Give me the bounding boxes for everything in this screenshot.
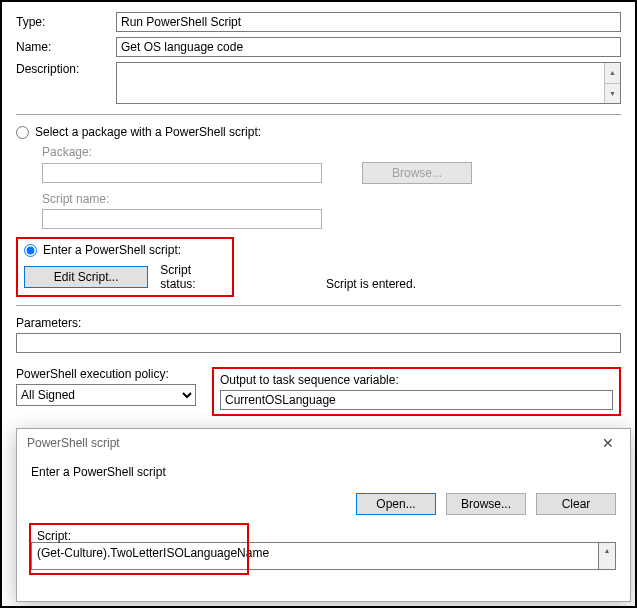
description-field[interactable]: [117, 63, 604, 103]
description-wrap: ▲ ▼: [116, 62, 621, 104]
parameters-row: Parameters:: [16, 316, 621, 353]
close-icon[interactable]: ✕: [596, 435, 620, 451]
name-row: Name:: [16, 37, 621, 57]
output-field[interactable]: [220, 390, 613, 410]
edit-script-button[interactable]: Edit Script...: [24, 266, 148, 288]
script-label: Script:: [37, 529, 241, 543]
script-highlight: Script:: [29, 523, 249, 575]
dialog-titlebar: PowerShell script ✕: [17, 429, 630, 457]
parameters-label: Parameters:: [16, 316, 621, 330]
separator: [16, 114, 621, 115]
package-group: Package: Browse... Script name:: [16, 145, 621, 229]
policy-label: PowerShell execution policy:: [16, 367, 196, 381]
parameters-field[interactable]: [16, 333, 621, 353]
package-label: Package:: [42, 145, 621, 159]
script-name-label: Script name:: [42, 192, 621, 206]
script-status-value: Script is entered.: [326, 277, 621, 291]
radio-enter-script-label: Enter a PowerShell script:: [43, 243, 181, 257]
description-row: Description: ▲ ▼: [16, 62, 621, 104]
package-browse-button: Browse...: [362, 162, 472, 184]
scroll-up-icon[interactable]: ▲: [599, 543, 615, 557]
script-scroll[interactable]: ▲: [599, 542, 616, 570]
policy-output-row: PowerShell execution policy: All Signed …: [16, 367, 621, 416]
radio-enter-script-row[interactable]: Enter a PowerShell script:: [24, 243, 226, 257]
type-label: Type:: [16, 15, 116, 29]
script-hl-spacer: [37, 546, 241, 568]
radio-select-package-label: Select a package with a PowerShell scrip…: [35, 125, 261, 139]
script-status-label: Script status:: [160, 263, 226, 291]
dialog-browse-button[interactable]: Browse...: [446, 493, 526, 515]
package-field: [42, 163, 322, 183]
radio-select-package[interactable]: [16, 126, 29, 139]
main-panel: Type: Name: Description: ▲ ▼ Select a pa…: [2, 2, 635, 464]
description-label: Description:: [16, 62, 116, 76]
open-button[interactable]: Open...: [356, 493, 436, 515]
name-field[interactable]: [116, 37, 621, 57]
description-scroll[interactable]: ▲ ▼: [604, 63, 620, 103]
edit-script-row: Edit Script... Script status:: [24, 263, 226, 291]
enter-script-highlight: Enter a PowerShell script: Edit Script..…: [16, 237, 234, 297]
output-highlight: Output to task sequence variable:: [212, 367, 621, 416]
dialog-prompt: Enter a PowerShell script: [31, 465, 616, 479]
policy-select[interactable]: All Signed: [16, 384, 196, 406]
output-label: Output to task sequence variable:: [220, 373, 613, 387]
dialog-button-row: Open... Browse... Clear: [31, 493, 616, 515]
scroll-down-icon[interactable]: ▼: [605, 84, 620, 104]
scroll-up-icon[interactable]: ▲: [605, 63, 620, 84]
dialog-title: PowerShell script: [27, 436, 120, 450]
separator-2: [16, 305, 621, 306]
script-name-field: [42, 209, 322, 229]
clear-button[interactable]: Clear: [536, 493, 616, 515]
type-field[interactable]: [116, 12, 621, 32]
type-row: Type:: [16, 12, 621, 32]
dialog-body: Enter a PowerShell script Open... Browse…: [17, 457, 630, 601]
output-col: Output to task sequence variable:: [212, 367, 621, 416]
powershell-script-dialog: PowerShell script ✕ Enter a PowerShell s…: [16, 428, 631, 602]
radio-select-package-row[interactable]: Select a package with a PowerShell scrip…: [16, 125, 621, 139]
policy-col: PowerShell execution policy: All Signed: [16, 367, 196, 406]
name-label: Name:: [16, 40, 116, 54]
radio-enter-script[interactable]: [24, 244, 37, 257]
